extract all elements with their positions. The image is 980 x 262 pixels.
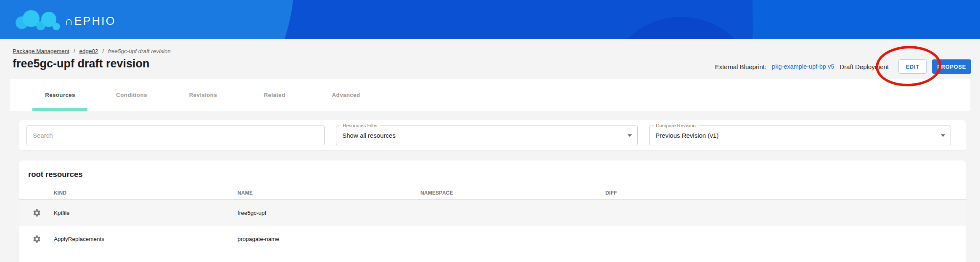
- table-row[interactable]: ApplyReplacements propagate-name: [19, 226, 966, 252]
- breadcrumb-separator: /: [74, 48, 75, 54]
- cell-kind: Kptfile: [54, 210, 238, 216]
- tab-advanced[interactable]: Advanced: [310, 92, 382, 98]
- compare-revision-label: Compare Revision: [654, 123, 698, 129]
- tab-resources[interactable]: Resources: [24, 92, 96, 98]
- chevron-down-icon: [628, 134, 632, 137]
- table-title: root resources: [19, 160, 966, 186]
- column-header-namespace: NAMESPACE: [420, 190, 605, 196]
- tab-bar: Resources Conditions Revisions Related A…: [10, 79, 970, 111]
- tab-revisions[interactable]: Revisions: [167, 92, 239, 98]
- breadcrumb: Package Management / edge02 / free5gc-up…: [13, 48, 980, 54]
- table-row[interactable]: Kptfile free5gc-upf: [19, 200, 966, 226]
- gear-icon[interactable]: [19, 235, 54, 243]
- header-decor-circle: [753, 0, 980, 39]
- column-header-name: NAME: [238, 190, 420, 196]
- resources-filter-select[interactable]: Resources Filter Show all resources: [336, 126, 638, 145]
- compare-revision-select[interactable]: Compare Revision Previous Revision (v1): [649, 126, 951, 145]
- root-resources-card: root resources KIND NAME NAMESPACE DIFF …: [19, 160, 966, 262]
- search-input[interactable]: [26, 126, 325, 145]
- status-badge: Draft Deployment: [840, 63, 889, 70]
- chevron-down-icon: [941, 134, 945, 137]
- table-header-row: KIND NAME NAMESPACE DIFF: [19, 186, 966, 200]
- cell-name: free5gc-upf: [238, 210, 420, 216]
- breadcrumb-edge02[interactable]: edge02: [79, 48, 98, 54]
- tab-related[interactable]: Related: [239, 92, 310, 98]
- header-actions: External Blueprint: pkg-example-upf-bp v…: [715, 59, 971, 74]
- compare-revision-value: Previous Revision (v1): [655, 132, 718, 139]
- app-header: ∩EPHIO: [0, 0, 980, 39]
- column-header-kind: KIND: [54, 190, 238, 196]
- edit-button[interactable]: EDIT: [898, 59, 927, 74]
- resources-filter-value: Show all resources: [342, 132, 396, 139]
- external-blueprint-label: External Blueprint:: [715, 63, 766, 70]
- nephio-logo[interactable]: ∩EPHIO: [11, 6, 116, 34]
- breadcrumb-separator: /: [102, 48, 104, 54]
- breadcrumb-package-management[interactable]: Package Management: [13, 48, 69, 54]
- filter-bar: Resources Filter Show all resources Comp…: [19, 120, 966, 150]
- resources-filter-label: Resources Filter: [341, 123, 380, 129]
- gear-icon[interactable]: [19, 209, 54, 217]
- breadcrumb-current: free5gc-upf draft revision: [108, 48, 171, 54]
- logo-wordmark: ∩EPHIO: [65, 15, 116, 28]
- cell-name: propagate-name: [238, 236, 420, 242]
- column-header-diff: DIFF: [605, 190, 966, 196]
- tab-conditions[interactable]: Conditions: [96, 92, 167, 98]
- blueprint-link[interactable]: pkg-example-upf-bp v5: [772, 63, 834, 70]
- propose-button[interactable]: PROPOSE: [932, 59, 971, 74]
- cell-kind: ApplyReplacements: [54, 236, 238, 242]
- nephio-bubbles-icon: [11, 6, 61, 34]
- active-tab-indicator: [32, 108, 87, 111]
